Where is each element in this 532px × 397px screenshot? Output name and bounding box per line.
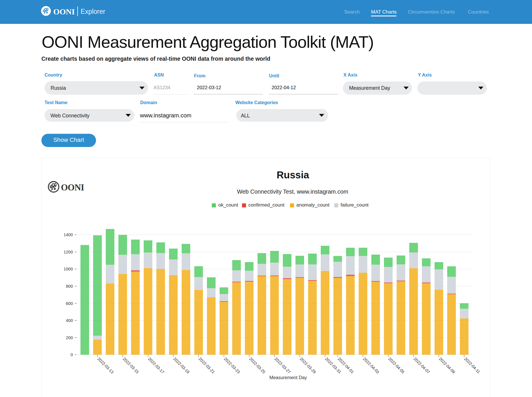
svg-text:2022-03-25: 2022-03-25 <box>248 356 266 375</box>
svg-text:800: 800 <box>66 284 73 289</box>
svg-text:1400: 1400 <box>64 232 73 237</box>
svg-text:2022-03-29: 2022-03-29 <box>299 356 317 375</box>
svg-text:2022-04-03: 2022-04-03 <box>362 356 380 375</box>
svg-text:2022-04-11: 2022-04-11 <box>463 356 481 374</box>
svg-text:600: 600 <box>66 301 73 306</box>
svg-text:Measurement Day: Measurement Day <box>269 375 307 380</box>
svg-text:0: 0 <box>70 352 73 357</box>
svg-text:2022-03-15: 2022-03-15 <box>122 356 140 375</box>
svg-text:2022-03-13: 2022-03-13 <box>97 356 115 375</box>
svg-text:2022-04-05: 2022-04-05 <box>387 356 406 375</box>
svg-text:2022-03-23: 2022-03-23 <box>223 356 241 375</box>
svg-text:2022-03-21: 2022-03-21 <box>198 356 216 375</box>
svg-text:1000: 1000 <box>64 267 73 271</box>
svg-text:2022-03-17: 2022-03-17 <box>147 356 165 375</box>
svg-text:2022-04-07: 2022-04-07 <box>413 356 431 375</box>
svg-text:2022-03-27: 2022-03-27 <box>274 356 292 375</box>
svg-text:400: 400 <box>66 318 73 323</box>
svg-text:2022-03-19: 2022-03-19 <box>172 356 191 375</box>
svg-text:2022-04-09: 2022-04-09 <box>438 356 456 375</box>
svg-text:1200: 1200 <box>64 250 73 254</box>
svg-text:200: 200 <box>66 335 73 340</box>
